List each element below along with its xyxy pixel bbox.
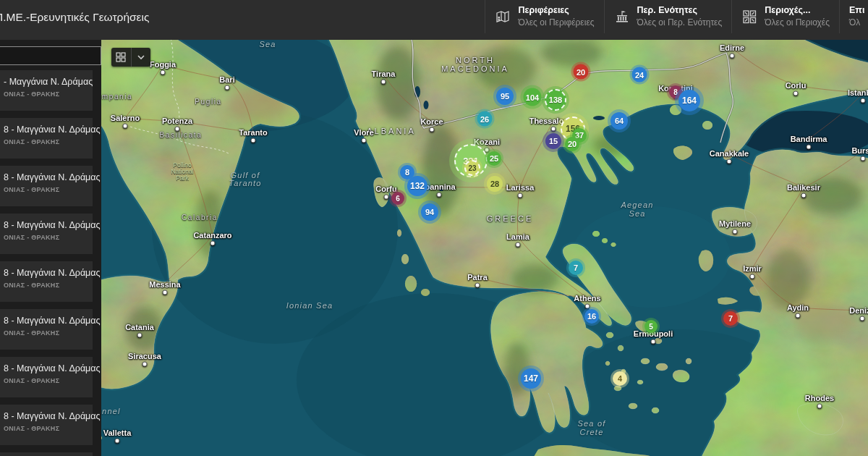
city-dot	[796, 313, 801, 318]
sidebar-list-item[interactable]: 8 - Μαγγάνια Ν. ΔράμαςΟΝΙΑΣ - ΘΡΑΚΗΣ	[0, 261, 93, 302]
basemap-control[interactable]	[111, 48, 150, 67]
list-item-title: 8 - Μαγγάνια Ν. Δράμας	[4, 124, 93, 135]
city-dot	[251, 138, 256, 143]
city-label: Izmir	[743, 264, 762, 273]
city-label: Mytilene	[719, 219, 751, 228]
cluster-marker[interactable]: 15	[545, 133, 561, 149]
city-label: Valletta	[103, 428, 132, 437]
cluster-marker[interactable]: 147	[521, 368, 541, 389]
city-label: Catania	[125, 323, 154, 332]
building-icon	[614, 9, 630, 25]
city-dot	[801, 193, 807, 198]
layers-grid-icon[interactable]	[111, 48, 131, 67]
city-label: Siracusa	[128, 352, 161, 360]
cluster-marker[interactable]: 6	[391, 192, 404, 205]
sidebar-search-input[interactable]	[0, 46, 101, 65]
list-item-title: 8 - Μαγγάνια Ν. Δράμας	[4, 220, 93, 230]
cluster-marker[interactable]: 24	[632, 67, 647, 83]
map-canvas[interactable]: FoggiaBariSalernoPotenzaTarantoCatanzaro…	[101, 40, 868, 456]
menu-item-units[interactable]: Περ. Ενότητες Όλες οι Περ. Ενότητες	[604, 0, 732, 33]
cluster-marker[interactable]: 4	[613, 371, 627, 386]
city-dot	[381, 80, 386, 85]
city-label: Istanbul	[848, 88, 868, 97]
city-dot	[437, 193, 442, 198]
city-label: Ioannina	[422, 182, 455, 191]
menu-regions-label: Περιφέρειες	[518, 4, 594, 17]
list-item-subtitle: ΟΝΙΑΣ - ΘΡΑΚΗΣ	[4, 138, 93, 145]
list-item-title: 8 - Μαγγάνια Ν. Δράμας	[4, 411, 93, 421]
region-label: Campania	[101, 93, 132, 101]
cluster-marker[interactable]: 138	[545, 89, 566, 111]
city-label: Rhodes	[805, 394, 834, 402]
cluster-marker[interactable]: 16	[584, 309, 599, 324]
city-dot	[861, 156, 866, 161]
menu-areas-sublabel: Όλες οι Περιοχές	[765, 17, 830, 29]
regions-map-icon	[495, 9, 511, 25]
menu-item-areas[interactable]: Περιοχές... Όλες οι Περιοχές	[731, 0, 839, 33]
city-label: Patra	[467, 273, 488, 282]
city-label: Korce	[420, 117, 443, 126]
city-dot	[137, 333, 142, 338]
list-item-title: 8 - Μαγγάνια Ν. Δράμας	[4, 172, 93, 182]
city-dot	[551, 127, 556, 132]
cluster-marker[interactable]: 25	[487, 151, 501, 166]
cluster-marker[interactable]: 7	[569, 261, 583, 275]
chevron-down-icon[interactable]	[131, 48, 151, 67]
menu-item-clipped[interactable]: Επι Όλ	[839, 0, 868, 33]
city-dot	[362, 138, 367, 143]
sidebar-list-item[interactable]: 8 - Μαγγάνια Ν. ΔράμαςΟΝΙΑΣ - ΘΡΑΚΗΣ	[0, 357, 93, 397]
cluster-marker[interactable]: 26	[477, 111, 493, 127]
city-dot	[750, 274, 755, 279]
cluster-marker[interactable]: 64	[610, 112, 628, 130]
city-dot	[123, 124, 128, 129]
city-dot	[817, 404, 822, 409]
sidebar-list-item[interactable]: 8 - Μαγγάνια Ν. ΔράμαςΟΝΙΑΣ - ΘΡΑΚΗΣ	[0, 309, 93, 350]
sidebar-list-item[interactable]: 8 - Μαγγάνια Ν. ΔράμαςΟΝΙΑΣ - ΘΡΑΚΗΣ	[0, 405, 93, 445]
city-dot	[585, 304, 590, 309]
city-label: Balikesir	[787, 183, 820, 192]
list-item-subtitle: ΟΝΙΑΣ - ΘΡΑΚΗΣ	[4, 234, 93, 241]
cluster-marker[interactable]: 94	[421, 203, 438, 221]
menu-clipped-label: Επι	[849, 4, 864, 17]
country-label: MACEDONIA	[441, 64, 509, 73]
cluster-marker[interactable]: 7	[723, 311, 738, 326]
sidebar-list-item[interactable]: - Μαγγάνια Ν. ΔράμαςΟΝΙΑΣ - ΘΡΑΚΗΣ	[0, 70, 93, 111]
cluster-marker[interactable]: 20	[565, 137, 579, 151]
city-label: Messina	[149, 280, 180, 289]
cluster-marker[interactable]: 164	[678, 90, 700, 111]
city-dot	[651, 339, 656, 345]
app-header: Π.ΜΕ.-Ερευνητικές Γεωτρήσεις Περιφέρειες…	[0, 0, 868, 40]
list-item-subtitle: ΟΝΙΑΣ - ΘΡΑΚΗΣ	[4, 425, 93, 432]
city-dot	[793, 91, 799, 96]
cluster-marker[interactable]: 5	[644, 320, 658, 333]
cluster-marker[interactable]: 23	[464, 160, 480, 176]
region-label: Calabria	[182, 214, 218, 221]
cluster-marker[interactable]: 132	[407, 176, 427, 196]
region-label: Puglia	[195, 98, 221, 106]
city-label: Corfu	[375, 185, 396, 193]
cluster-marker[interactable]: 104	[524, 88, 542, 106]
menu-units-sublabel: Όλες οι Περ. Ενότητες	[637, 17, 723, 29]
sidebar-list-item[interactable]: 8 - Μαγγάνια Ν. ΔράμαςΟΝΙΑΣ - ΘΡΑΚΗΣ	[0, 118, 93, 159]
city-label: Larissa	[506, 183, 535, 192]
menu-item-regions[interactable]: Περιφέρειες Όλες οι Περιφέρειες	[485, 0, 603, 33]
sidebar: - Μαγγάνια Ν. ΔράμαςΟΝΙΑΣ - ΘΡΑΚΗΣ8 - Μα…	[0, 40, 101, 456]
cluster-marker[interactable]: 20	[574, 64, 589, 80]
cluster-marker[interactable]: 95	[496, 88, 514, 105]
app-title: Π.ΜΕ.-Ερευνητικές Γεωτρήσεις	[0, 11, 149, 24]
city-dot	[733, 229, 738, 235]
list-item-title: - Μαγγάνια Ν. Δράμας	[4, 77, 93, 87]
menu-units-label: Περ. Ενότητες	[637, 4, 723, 17]
sidebar-list-item[interactable]: 8 - Μαγγάνια Ν. ΔράμαςΟΝΙΑΣ - ΘΡΑΚΗΣ	[0, 166, 93, 206]
sidebar-list-item[interactable]: 8 - Μαγγάνια Ν. ΔράμαςΟΝΙΑΣ - ΘΡΑΚΗΣ	[0, 214, 93, 254]
cluster-marker[interactable]: 28	[487, 176, 503, 192]
sidebar-list-item[interactable]	[0, 452, 93, 456]
city-dot	[210, 241, 216, 246]
city-label: Vlore	[354, 128, 374, 137]
country-label: ALBANIA	[367, 127, 415, 135]
header-menu: Περιφέρειες Όλες οι Περιφέρειες Περ. Ενό…	[485, 0, 868, 33]
sea-label: Sea	[259, 40, 276, 48]
city-label: Canakkale	[710, 149, 749, 158]
country-label: NORTH	[456, 56, 495, 64]
city-dot	[727, 159, 732, 164]
